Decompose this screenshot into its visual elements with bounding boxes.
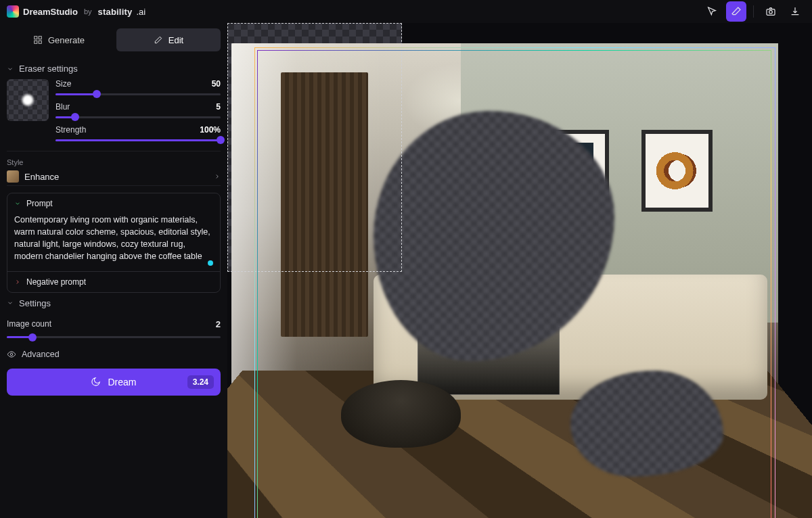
text-cursor-icon xyxy=(208,260,213,266)
edit-icon xyxy=(154,35,163,45)
dream-button[interactable]: Dream 3.24 xyxy=(7,369,221,396)
size-value: 50 xyxy=(212,79,221,89)
eraser-settings-label: Eraser settings xyxy=(19,64,78,74)
tab-edit-label: Edit xyxy=(168,35,183,45)
image-count-row: Image count 2 xyxy=(7,314,221,335)
chevron-down-icon xyxy=(14,200,21,207)
moon-icon xyxy=(91,377,101,387)
dream-cost: 3.24 xyxy=(187,375,214,389)
advanced-label: Advanced xyxy=(22,350,60,359)
prompt-heading-label: Prompt xyxy=(26,199,53,208)
eraser-settings: Size 50 Blur 5 xyxy=(7,79,221,151)
app-header: DreamStudio by stability.ai xyxy=(0,0,812,23)
eye-icon xyxy=(7,350,16,359)
blur-label: Blur xyxy=(55,102,70,112)
tab-generate-label: Generate xyxy=(48,35,85,45)
prompt-card: Prompt Contemporary living room with org… xyxy=(7,193,221,293)
negative-prompt-label: Negative prompt xyxy=(26,277,86,287)
blur-slider[interactable] xyxy=(55,113,221,121)
brand-suffix: .ai xyxy=(136,7,145,17)
strength-slider-row: Strength 100% xyxy=(55,125,221,144)
style-label: Style xyxy=(7,158,221,166)
camera-icon xyxy=(765,6,776,17)
style-select[interactable]: Enhance xyxy=(7,170,221,183)
prompt-header[interactable]: Prompt xyxy=(7,193,220,214)
chevron-down-icon xyxy=(7,66,14,72)
erase-tool-button[interactable] xyxy=(726,1,746,22)
svg-rect-2 xyxy=(35,37,37,39)
tool-divider xyxy=(753,5,754,18)
eraser-settings-header[interactable]: Eraser settings xyxy=(7,58,221,79)
logo-icon xyxy=(7,5,19,18)
brush-preview xyxy=(7,79,49,121)
settings-label: Settings xyxy=(19,298,51,308)
strength-label: Strength xyxy=(55,125,86,135)
brand: DreamStudio by stability.ai xyxy=(7,5,145,18)
eraser-icon xyxy=(731,6,742,17)
svg-rect-5 xyxy=(39,41,41,43)
blur-value: 5 xyxy=(216,102,221,112)
style-selected: Enhance xyxy=(24,172,208,182)
erased-region xyxy=(570,371,723,477)
brush-dot-icon xyxy=(21,93,35,107)
canvas-tools xyxy=(702,1,805,22)
canvas[interactable] xyxy=(227,23,812,518)
wall-art-icon xyxy=(641,130,713,212)
cursor-icon xyxy=(706,6,717,17)
svg-point-1 xyxy=(769,10,773,14)
chevron-right-icon xyxy=(14,279,21,285)
image-count-value: 2 xyxy=(216,319,221,329)
svg-rect-4 xyxy=(35,41,37,43)
prompt-text: Contemporary living room with organic ma… xyxy=(14,215,210,261)
advanced-toggle[interactable]: Advanced xyxy=(7,346,221,369)
download-button[interactable] xyxy=(785,1,805,22)
svg-rect-3 xyxy=(39,37,41,39)
canvas-image[interactable] xyxy=(231,43,778,518)
blur-slider-row: Blur 5 xyxy=(55,102,221,121)
style-thumb-icon xyxy=(7,170,19,183)
brand-secondary: stability xyxy=(98,7,133,17)
chevron-right-icon xyxy=(214,173,221,180)
select-tool-button[interactable] xyxy=(702,1,722,22)
grid-icon xyxy=(33,35,43,45)
tab-edit[interactable]: Edit xyxy=(116,28,221,51)
image-count-label: Image count xyxy=(7,319,51,329)
snapshot-button[interactable] xyxy=(761,1,781,22)
left-sidebar: Generate Edit Eraser settings Size 50 xyxy=(0,23,227,518)
dream-label: Dream xyxy=(108,377,136,387)
prompt-textarea[interactable]: Contemporary living room with organic ma… xyxy=(7,214,220,271)
mode-tabs: Generate Edit xyxy=(7,28,221,51)
strength-slider[interactable] xyxy=(55,136,221,144)
size-slider[interactable] xyxy=(55,90,221,98)
settings-header[interactable]: Settings xyxy=(7,293,221,314)
strength-value: 100% xyxy=(200,125,221,135)
tab-generate[interactable]: Generate xyxy=(7,28,111,51)
download-icon xyxy=(790,6,800,17)
svg-point-6 xyxy=(10,353,13,356)
negative-prompt-header[interactable]: Negative prompt xyxy=(7,272,220,292)
size-slider-row: Size 50 xyxy=(55,79,221,98)
brand-primary: DreamStudio xyxy=(23,7,78,17)
style-section: Style Enhance xyxy=(7,151,221,186)
size-label: Size xyxy=(55,79,71,89)
chevron-down-icon xyxy=(7,300,14,306)
brand-by: by xyxy=(84,7,92,16)
image-count-slider[interactable] xyxy=(7,333,221,342)
